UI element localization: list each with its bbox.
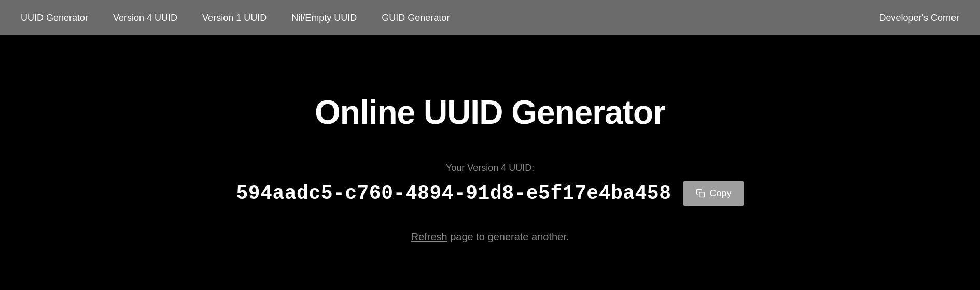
uuid-label: Your Version 4 UUID:	[446, 163, 534, 173]
nav-brand[interactable]: UUID Generator	[21, 12, 88, 23]
refresh-row: Refresh page to generate another.	[411, 231, 569, 243]
main-content: Online UUID Generator Your Version 4 UUI…	[0, 35, 980, 290]
refresh-link[interactable]: Refresh	[411, 231, 447, 242]
copy-button-label: Copy	[709, 188, 731, 199]
nav-version4[interactable]: Version 4 UUID	[113, 12, 177, 23]
nav-developers-corner[interactable]: Developer's Corner	[879, 12, 959, 23]
nav-left: UUID Generator Version 4 UUID Version 1 …	[21, 12, 879, 23]
nav-version1[interactable]: Version 1 UUID	[202, 12, 267, 23]
copy-button[interactable]: Copy	[683, 181, 744, 206]
copy-icon	[696, 189, 705, 198]
uuid-row: 594aadc5-c760-4894-91d8-e5f17e4ba458 Cop…	[236, 181, 744, 206]
page-title: Online UUID Generator	[315, 93, 665, 132]
svg-rect-0	[699, 192, 705, 197]
nav-guid[interactable]: GUID Generator	[382, 12, 450, 23]
uuid-value: 594aadc5-c760-4894-91d8-e5f17e4ba458	[236, 182, 671, 205]
nav-nil[interactable]: Nil/Empty UUID	[291, 12, 357, 23]
refresh-suffix: page to generate another.	[447, 231, 569, 242]
main-nav: UUID Generator Version 4 UUID Version 1 …	[0, 0, 980, 35]
